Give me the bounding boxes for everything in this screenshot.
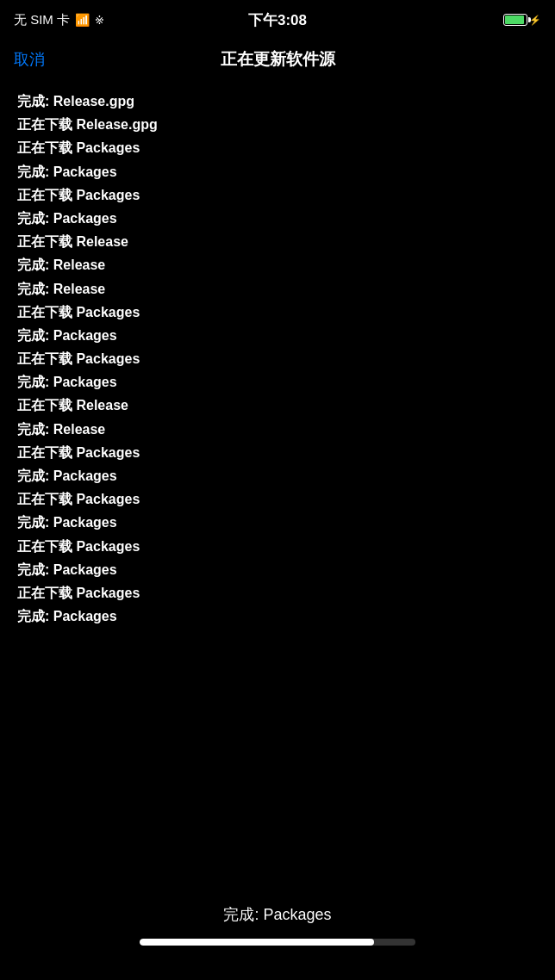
list-item: 完成: Packages (17, 207, 538, 230)
list-item: 完成: Release (17, 277, 538, 301)
wifi-icon: 📶 (75, 13, 90, 27)
progress-bar-fill (140, 939, 374, 946)
list-item: 正在下载 Packages (17, 301, 538, 324)
list-item: 完成: Packages (17, 370, 538, 394)
status-time: 下午3:08 (248, 10, 307, 30)
bottom-section: 完成: Packages (0, 904, 555, 946)
nav-bar: 取消 正在更新软件源 (0, 38, 555, 83)
list-item: 正在下载 Packages (17, 581, 538, 605)
list-item: 正在下载 Release.gpg (17, 113, 538, 136)
status-right: ⚡ (503, 14, 541, 26)
list-item: 完成: Packages (17, 605, 538, 628)
list-item: 完成: Packages (17, 160, 538, 183)
list-item: 正在下载 Release (17, 230, 538, 253)
battery-container: ⚡ (503, 14, 541, 26)
battery-fill (505, 16, 524, 24)
list-item: 正在下载 Packages (17, 183, 538, 207)
progress-bar-container (140, 939, 415, 946)
carrier-text: 无 SIM 卡 (14, 12, 70, 28)
list-item: 正在下载 Packages (17, 535, 538, 558)
list-item: 正在下载 Packages (17, 487, 538, 511)
list-item: 完成: Packages (17, 324, 538, 347)
status-left: 无 SIM 卡 📶 ※ (14, 12, 104, 28)
status-bar: 无 SIM 卡 📶 ※ 下午3:08 ⚡ (0, 0, 555, 38)
list-item: 正在下载 Release (17, 394, 538, 417)
page-title: 正在更新软件源 (221, 48, 335, 71)
list-item: 完成: Packages (17, 511, 538, 534)
list-item: 完成: Release (17, 418, 538, 441)
list-item: 完成: Release (17, 253, 538, 276)
charging-icon: ⚡ (529, 15, 541, 26)
list-item: 完成: Release.gpg (17, 90, 538, 113)
cancel-button[interactable]: 取消 (14, 49, 45, 70)
list-item: 完成: Packages (17, 558, 538, 581)
list-item: 正在下载 Packages (17, 347, 538, 370)
log-container: 完成: Release.gpg正在下载 Release.gpg正在下载 Pack… (0, 83, 555, 635)
list-item: 正在下载 Packages (17, 136, 538, 159)
battery-icon (503, 14, 527, 26)
signal-icon: ※ (95, 14, 104, 27)
list-item: 正在下载 Packages (17, 441, 538, 464)
list-item: 完成: Packages (17, 464, 538, 487)
current-status-text: 完成: Packages (223, 904, 331, 925)
